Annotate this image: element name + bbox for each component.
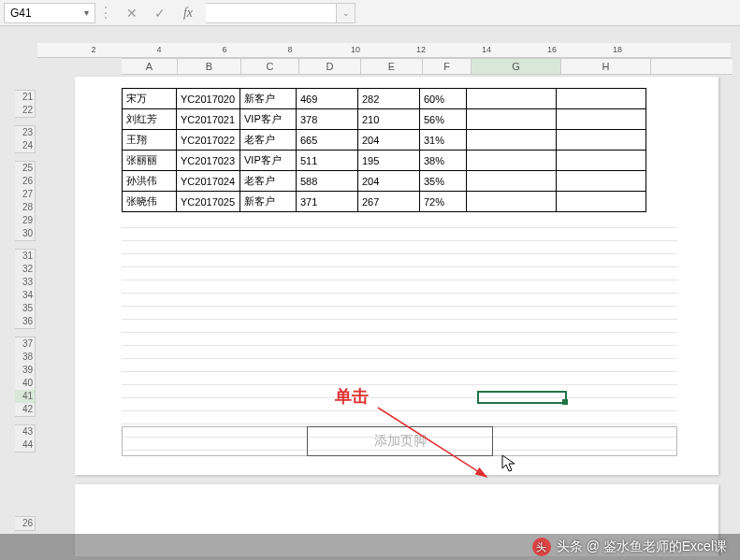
cell[interactable]: YC2017022 (177, 130, 240, 151)
selected-cell[interactable] (477, 391, 567, 404)
row-header[interactable]: 24 (15, 139, 36, 152)
row-header[interactable]: 26 (15, 517, 36, 530)
row-header[interactable]: 22 (15, 104, 36, 117)
row-header[interactable]: 23 (15, 126, 36, 139)
chevron-down-icon[interactable]: ▾ (84, 7, 89, 18)
row-header[interactable]: 30 (15, 227, 36, 240)
row-header[interactable]: 28 (15, 201, 36, 214)
column-header-F[interactable]: F (423, 59, 472, 74)
empty-row[interactable] (122, 280, 677, 294)
cell[interactable] (557, 109, 646, 130)
row-header[interactable]: 35 (15, 302, 36, 315)
column-header-H[interactable]: H (561, 59, 651, 74)
cell[interactable]: YC2017020 (177, 89, 240, 109)
empty-row[interactable] (122, 307, 677, 320)
row-header[interactable]: 37 (15, 337, 36, 351)
cell[interactable]: 195 (358, 151, 420, 171)
cell[interactable] (557, 171, 646, 192)
fill-handle[interactable] (562, 399, 568, 405)
row-header[interactable]: 27 (15, 188, 36, 201)
cell[interactable] (557, 89, 646, 109)
row-header[interactable]: 38 (15, 351, 36, 364)
cell[interactable] (557, 192, 646, 212)
table-row[interactable]: 王翔YC2017022老客户66520431% (123, 130, 646, 151)
expand-icon[interactable]: ⌄ (337, 3, 355, 23)
data-table[interactable]: 宋万YC2017020新客户46928260%刘红芳YC2017021VIP客户… (122, 88, 646, 212)
fx-button[interactable]: fx (180, 6, 196, 21)
row-header[interactable]: 36 (15, 315, 36, 328)
row-header[interactable]: 39 (15, 364, 36, 377)
cell[interactable]: 张晓伟 (123, 192, 177, 212)
table-row[interactable]: 张晓伟YC2017025新客户37126772% (123, 192, 646, 212)
cell[interactable]: 新客户 (240, 192, 297, 212)
cell[interactable]: 371 (297, 192, 358, 212)
cell[interactable]: 204 (358, 171, 420, 192)
row-header-active[interactable]: 41 (15, 390, 36, 403)
cell[interactable] (557, 151, 646, 171)
row-header[interactable]: 32 (15, 263, 36, 276)
cell[interactable]: 31% (420, 130, 467, 151)
column-header-C[interactable]: C (241, 59, 299, 74)
row-header[interactable]: 26 (15, 175, 36, 188)
row-header[interactable]: 34 (15, 289, 36, 302)
empty-row[interactable] (122, 215, 677, 228)
cancel-icon[interactable]: ✕ (123, 6, 140, 21)
cell[interactable]: 60% (420, 89, 467, 109)
accept-icon[interactable]: ✓ (152, 6, 168, 21)
row-header[interactable]: 25 (15, 162, 36, 175)
cell[interactable]: VIP客户 (240, 109, 297, 130)
cell[interactable]: 老客户 (240, 130, 297, 151)
empty-row[interactable] (122, 254, 677, 267)
cell[interactable]: 38% (420, 151, 467, 171)
empty-row[interactable] (122, 346, 677, 359)
empty-row[interactable] (122, 333, 677, 346)
cell[interactable]: 282 (358, 89, 420, 109)
empty-row[interactable] (122, 411, 677, 424)
footer-center[interactable]: 添加页脚 (307, 426, 493, 456)
footer-left[interactable] (123, 427, 308, 455)
cell[interactable]: 宋万 (123, 89, 177, 109)
footer-right[interactable] (492, 427, 676, 455)
table-row[interactable]: 张丽丽YC2017023VIP客户51119538% (123, 151, 646, 171)
empty-row[interactable] (122, 320, 677, 333)
row-header[interactable]: 44 (15, 438, 36, 452)
cell[interactable]: 王翔 (123, 130, 177, 151)
table-row[interactable]: 刘红芳YC2017021VIP客户37821056% (123, 109, 646, 130)
table-row[interactable]: 孙洪伟YC2017024老客户58820435% (123, 171, 646, 192)
empty-row[interactable] (122, 294, 677, 307)
cell[interactable]: 267 (358, 192, 420, 212)
row-header[interactable]: 43 (15, 425, 36, 438)
cell[interactable]: YC2017024 (177, 171, 240, 192)
empty-row[interactable] (122, 372, 677, 385)
row-header[interactable]: 33 (15, 276, 36, 289)
cell[interactable]: 511 (297, 151, 358, 171)
column-header-D[interactable]: D (299, 59, 361, 74)
cell[interactable]: 35% (420, 171, 467, 192)
empty-row[interactable] (122, 385, 677, 398)
name-box[interactable]: G41 ▾ (4, 3, 95, 23)
formula-input[interactable] (206, 3, 337, 23)
empty-row[interactable] (122, 359, 677, 372)
column-header-A[interactable]: A (122, 59, 178, 74)
cell[interactable]: 665 (297, 130, 358, 151)
cell[interactable]: 469 (297, 89, 358, 109)
row-header[interactable]: 31 (15, 250, 36, 263)
cell[interactable]: YC2017021 (177, 109, 240, 130)
cell[interactable] (557, 130, 646, 151)
cell[interactable]: 588 (297, 171, 358, 192)
cell[interactable]: 张丽丽 (123, 151, 177, 171)
column-header-E[interactable]: E (361, 59, 423, 74)
cell[interactable]: VIP客户 (240, 151, 297, 171)
row-header[interactable]: 42 (15, 403, 36, 416)
row-header[interactable]: 21 (15, 91, 36, 104)
row-header[interactable]: 29 (15, 214, 36, 227)
cell[interactable]: 刘红芳 (123, 109, 177, 130)
cell[interactable] (467, 130, 557, 151)
column-header-B[interactable]: B (178, 59, 241, 74)
footer-placeholder[interactable]: 添加页脚 (122, 426, 677, 456)
cell[interactable]: YC2017023 (177, 151, 240, 171)
cell[interactable] (467, 109, 557, 130)
cell[interactable]: 老客户 (240, 171, 297, 192)
cell[interactable] (467, 151, 557, 171)
cell[interactable]: 56% (420, 109, 467, 130)
